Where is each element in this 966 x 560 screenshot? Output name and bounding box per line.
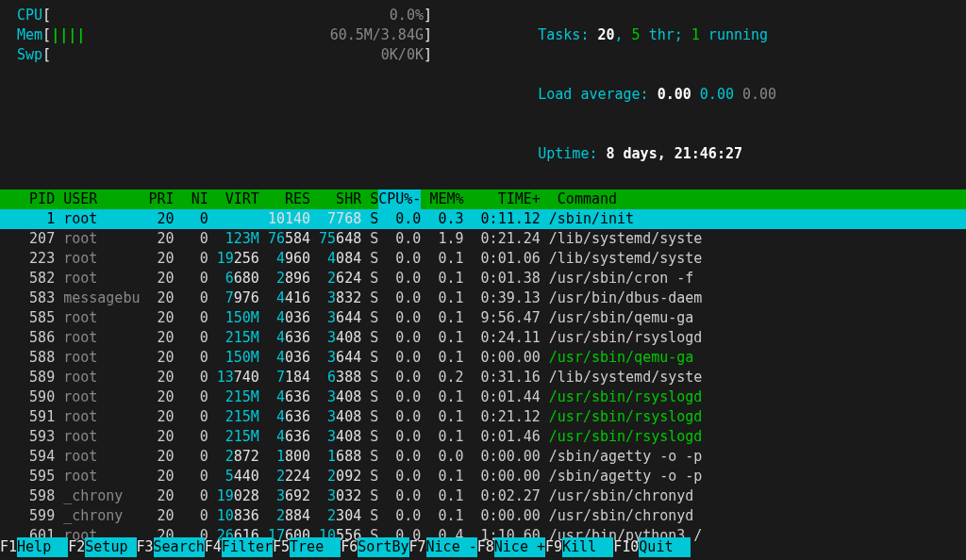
process-row[interactable]: 207root200123M7658475648S0.01.90:21.24/l… — [0, 229, 966, 249]
fkey[interactable]: F1 — [0, 537, 17, 557]
fkey[interactable]: F5 — [273, 537, 290, 557]
process-row[interactable]: 595root200544022242092S0.00.10:00.00/sbi… — [0, 467, 966, 486]
fkey[interactable]: F9 — [545, 537, 562, 557]
process-list[interactable]: 1root200160M101407768S0.00.30:11.12/sbin… — [0, 209, 966, 546]
process-row[interactable]: 588root200150M40363644S0.00.10:00.00/usr… — [0, 348, 966, 368]
fkey-label[interactable]: SortBy — [358, 537, 408, 557]
fkey-label[interactable]: Tree — [290, 537, 341, 557]
htop-screen: CPU[0.0%] Mem[||||60.5M/3.84G] Swp[0K/0K… — [0, 0, 966, 546]
col-s[interactable]: S — [361, 189, 378, 209]
col-pri[interactable]: PRI — [140, 189, 174, 209]
fkey[interactable]: F10 — [613, 537, 639, 557]
swp-meter: Swp[0K/0K] — [17, 45, 432, 65]
cpu-label: CPU — [17, 6, 42, 25]
function-key-bar: F1Help F2Setup F3SearchF4FilterF5Tree F6… — [0, 537, 966, 557]
meters: CPU[0.0%] Mem[||||60.5M/3.84G] Swp[0K/0K… — [17, 6, 432, 184]
col-time[interactable]: TIME+ — [464, 189, 541, 209]
process-row[interactable]: 589root2001374071846388S0.00.20:31.16/li… — [0, 368, 966, 387]
fkey[interactable]: F7 — [409, 537, 426, 557]
process-row[interactable]: 598_chrony2001902836923032S0.00.10:02.27… — [0, 486, 966, 506]
fkey-label[interactable]: Search — [154, 537, 205, 557]
col-user[interactable]: USER — [55, 189, 140, 209]
col-ni[interactable]: NI — [175, 189, 208, 209]
cpu-meter: CPU[0.0%] — [17, 6, 432, 25]
swp-label: Swp — [17, 45, 42, 65]
process-row[interactable]: 590root200215M46363408S0.00.10:01.44/usr… — [0, 387, 966, 407]
mem-label: Mem — [17, 25, 42, 45]
process-row[interactable]: 594root200287218001688S0.00.00:00.00/sbi… — [0, 447, 966, 467]
column-header[interactable]: PID USER PRI NI VIRT RES SHR S CPU%- MEM… — [0, 189, 966, 209]
col-mem[interactable]: MEM% — [421, 189, 463, 209]
process-row[interactable]: 585root200150M40363644S0.00.19:56.47/usr… — [0, 308, 966, 328]
col-shr[interactable]: SHR — [310, 189, 361, 209]
tasks-row: Tasks: 20, 5 thr; 1 running — [470, 6, 776, 65]
col-res[interactable]: RES — [259, 189, 310, 209]
process-row[interactable]: 1root200160M101407768S0.00.30:11.12/sbin… — [0, 209, 966, 229]
fkey-label[interactable]: Nice + — [494, 537, 545, 557]
fkey[interactable]: F4 — [205, 537, 222, 557]
process-row[interactable]: 586root200215M46363408S0.00.10:24.11/usr… — [0, 328, 966, 348]
load-row: Load average: 0.00 0.00 0.00 — [470, 65, 776, 124]
fkey-label[interactable]: Help — [17, 537, 68, 557]
process-row[interactable]: 591root200215M46363408S0.00.10:21.12/usr… — [0, 407, 966, 427]
fkey-label[interactable]: Quit — [639, 537, 690, 557]
col-pid[interactable]: PID — [4, 189, 55, 209]
fkey-label[interactable]: Setup — [85, 537, 136, 557]
fkey[interactable]: F2 — [68, 537, 85, 557]
fkey-label[interactable]: Kill — [562, 537, 613, 557]
col-cpu[interactable]: CPU%- — [378, 189, 421, 209]
process-row[interactable]: 223root2001925649604084S0.00.10:01.06/li… — [0, 249, 966, 269]
fkey-label[interactable]: Nice - — [426, 537, 477, 557]
system-stats: Tasks: 20, 5 thr; 1 running Load average… — [470, 6, 776, 184]
fkey[interactable]: F3 — [137, 537, 154, 557]
process-row[interactable]: 582root200668028962624S0.00.10:01.38/usr… — [0, 269, 966, 288]
col-virt[interactable]: VIRT — [208, 189, 259, 209]
process-row[interactable]: 583messagebu200797644163832S0.00.10:39.1… — [0, 288, 966, 308]
process-row[interactable]: 593root200215M46363408S0.00.10:01.46/usr… — [0, 427, 966, 447]
fkey[interactable]: F6 — [341, 537, 358, 557]
top-area: CPU[0.0%] Mem[||||60.5M/3.84G] Swp[0K/0K… — [0, 6, 966, 189]
fkey-label[interactable]: Filter — [222, 537, 273, 557]
uptime-row: Uptime: 8 days, 21:46:27 — [470, 124, 776, 184]
mem-meter: Mem[||||60.5M/3.84G] — [17, 25, 432, 45]
process-row[interactable]: 599_chrony2001083628842304S0.00.10:00.00… — [0, 506, 966, 526]
col-cmd[interactable]: Command — [541, 189, 962, 209]
fkey[interactable]: F8 — [477, 537, 494, 557]
